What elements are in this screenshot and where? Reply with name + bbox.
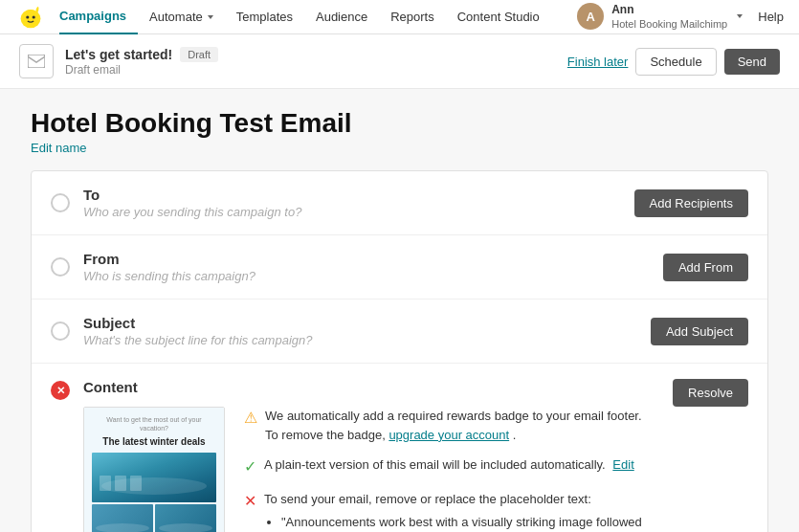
subject-body: Subject What's the subject line for this… <box>83 315 651 347</box>
info-item-3: ✕ To send your email, remove or replace … <box>244 490 657 532</box>
content-body: Content Want to get the most out of your… <box>83 379 657 532</box>
preview-top-text: Want to get the most out of your vacatio… <box>92 415 216 432</box>
campaign-card: To Who are you sending this campaign to?… <box>31 170 768 532</box>
to-title: To <box>83 187 634 203</box>
subject-section: Subject What's the subject line for this… <box>32 299 767 364</box>
info-2-text: A plain-text version of this email will … <box>264 457 606 472</box>
to-section: To Who are you sending this campaign to?… <box>32 171 767 235</box>
preview-img-right <box>155 504 216 532</box>
preview-card-title: The latest winter deals <box>92 436 216 447</box>
sub-header-actions: Finish later Schedule Send <box>567 48 780 76</box>
preview-card: Want to get the most out of your vacatio… <box>83 407 225 532</box>
info-item-1: ⚠ We automatically add a required reward… <box>244 407 657 444</box>
sub-header-title: Let's get started! <box>65 47 172 62</box>
svg-point-3 <box>33 15 35 18</box>
to-circle-icon <box>51 193 70 212</box>
content-section: ✕ Content Want to get the most out of yo… <box>32 364 767 532</box>
upgrade-account-link[interactable]: upgrade your account <box>388 428 509 442</box>
content-info: ⚠ We automatically add a required reward… <box>244 407 657 532</box>
nav-help[interactable]: Help <box>743 0 784 34</box>
draft-badge: Draft <box>180 47 218 62</box>
page-title: Hotel Booking Test Email <box>31 108 768 139</box>
from-body: From Who is sending this campaign? <box>83 251 663 283</box>
bullet-1: "Announcements work best with a visually… <box>281 513 657 533</box>
from-subtitle: Who is sending this campaign? <box>83 269 663 283</box>
subject-circle-icon <box>51 321 70 341</box>
from-section: From Who is sending this campaign? Add F… <box>32 235 767 299</box>
warning-icon: ⚠ <box>244 407 257 430</box>
nav-automate[interactable]: Automate <box>138 0 225 34</box>
placeholder-text-list: "Announcements work best with a visually… <box>264 513 657 533</box>
add-from-button[interactable]: Add From <box>663 254 748 281</box>
send-button[interactable]: Send <box>724 49 780 75</box>
user-menu[interactable]: A Ann Hotel Booking Mailchimp <box>577 3 743 32</box>
schedule-button[interactable]: Schedule <box>635 48 716 76</box>
subject-title: Subject <box>83 315 651 331</box>
edit-name-link[interactable]: Edit name <box>31 141 768 155</box>
preview-main-image <box>92 453 216 502</box>
error-circle-icon: ✕ <box>244 490 256 513</box>
nav-templates[interactable]: Templates <box>225 0 304 34</box>
nav-campaigns[interactable]: Campaigns <box>59 0 138 34</box>
check-circle-icon: ✓ <box>244 455 256 478</box>
sub-header-subtitle: Draft email <box>65 63 567 77</box>
sub-header-text: Let's get started! Draft Draft email <box>65 47 567 77</box>
from-title: From <box>83 251 663 267</box>
svg-rect-4 <box>28 55 45 68</box>
subject-subtitle: What's the subject line for this campaig… <box>83 333 651 347</box>
info-1-suffix: . <box>513 428 517 442</box>
resolve-button[interactable]: Resolve <box>673 379 748 407</box>
add-recipients-button[interactable]: Add Recipients <box>634 189 748 217</box>
to-body: To Who are you sending this campaign to? <box>83 187 634 219</box>
info-3-text: To send your email, remove or replace th… <box>264 490 657 509</box>
content-error-icon: ✕ <box>51 381 70 400</box>
to-subtitle: Who are you sending this campaign to? <box>83 205 634 219</box>
page-content: Hotel Booking Test Email Edit name To Wh… <box>0 89 799 532</box>
preview-img-left <box>92 504 153 532</box>
info-item-2: ✓ A plain-text version of this email wil… <box>244 455 657 478</box>
navigation: Campaigns Automate Templates Audience Re… <box>0 0 799 34</box>
svg-point-2 <box>26 15 29 18</box>
user-avatar: A <box>577 3 604 30</box>
edit-plain-text-link[interactable]: Edit <box>612 457 633 472</box>
user-name: Ann <box>611 3 727 18</box>
nav-content-studio[interactable]: Content Studio <box>446 0 551 34</box>
from-circle-icon <box>51 257 70 277</box>
mailchimp-logo[interactable] <box>15 2 46 33</box>
add-subject-button[interactable]: Add Subject <box>651 318 748 345</box>
content-title: Content <box>83 379 657 395</box>
sub-header: Let's get started! Draft Draft email Fin… <box>0 34 799 89</box>
user-account: Hotel Booking Mailchimp <box>611 17 727 31</box>
nav-reports[interactable]: Reports <box>379 0 446 34</box>
nav-audience[interactable]: Audience <box>304 0 379 34</box>
email-icon <box>19 44 54 78</box>
finish-later-button[interactable]: Finish later <box>567 55 629 69</box>
user-info: Ann Hotel Booking Mailchimp <box>611 3 727 32</box>
email-preview: Want to get the most out of your vacatio… <box>83 407 225 532</box>
